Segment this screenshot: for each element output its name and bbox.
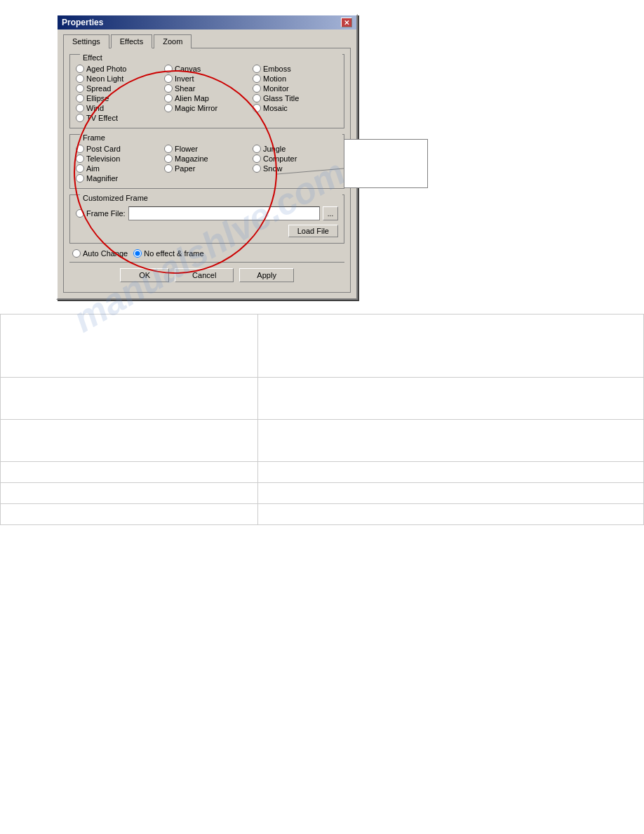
radio-post-card-input[interactable] [76, 145, 84, 153]
effect-legend: Effect [80, 53, 342, 62]
radio-ellipse[interactable]: Ellipse [76, 94, 161, 102]
bottom-table [0, 314, 644, 525]
load-file-button[interactable]: Load File [288, 225, 338, 237]
radio-magazine[interactable]: Magazine [164, 154, 250, 163]
table-cell [257, 420, 643, 462]
auto-change-row: Auto Change No effect & frame [69, 249, 344, 258]
radio-spread-input[interactable] [76, 84, 84, 93]
radio-canvas-label: Canvas [175, 65, 201, 73]
radio-neon-light[interactable]: Neon Light [76, 74, 161, 83]
radio-jungle-input[interactable] [253, 145, 261, 153]
radio-glass-title[interactable]: Glass Title [253, 94, 338, 102]
radio-tv-effect-input[interactable] [76, 114, 84, 122]
table-cell [257, 315, 643, 378]
radio-aged-photo-label: Aged Photo [86, 65, 127, 73]
radio-paper-input[interactable] [164, 164, 173, 173]
radio-motion-input[interactable] [253, 74, 261, 83]
radio-shear[interactable]: Shear [164, 84, 250, 93]
radio-no-effect[interactable]: No effect & frame [133, 249, 203, 258]
radio-auto-change-input[interactable] [72, 249, 81, 258]
table-row [1, 315, 644, 378]
radio-shear-input[interactable] [164, 84, 173, 93]
close-button[interactable]: ✕ [341, 18, 352, 27]
radio-tv-effect[interactable]: TV Effect [76, 114, 338, 122]
table-row [1, 420, 644, 462]
radio-magnifier-input[interactable] [76, 174, 84, 183]
radio-snow-label: Snow [263, 164, 283, 173]
radio-ellipse-input[interactable] [76, 94, 84, 102]
radio-wind[interactable]: Wind [76, 104, 161, 112]
radio-computer-input[interactable] [253, 154, 261, 163]
radio-invert[interactable]: Invert [164, 74, 250, 83]
radio-aim[interactable]: Aim [76, 164, 161, 173]
browse-button[interactable]: ... [323, 206, 338, 220]
radio-magic-mirror-input[interactable] [164, 104, 173, 112]
customized-frame-group: Customized Frame Frame File: ... Load Fi… [69, 194, 344, 244]
radio-spread[interactable]: Spread [76, 84, 161, 93]
table-row [1, 483, 644, 504]
apply-button[interactable]: Apply [239, 268, 294, 282]
radio-tv-effect-label: TV Effect [86, 114, 118, 122]
frame-group: Frame Post Card Flower Jungle [69, 134, 344, 189]
table-row [1, 462, 644, 483]
load-file-row: Load File [76, 225, 338, 237]
radio-canvas-input[interactable] [164, 65, 173, 73]
radio-mosaic-input[interactable] [253, 104, 261, 112]
radio-wind-input[interactable] [76, 104, 84, 112]
table-cell [257, 483, 643, 504]
radio-magic-mirror[interactable]: Magic Mirror [164, 104, 250, 112]
radio-flower-input[interactable] [164, 145, 173, 153]
radio-post-card[interactable]: Post Card [76, 145, 161, 153]
frame-file-row: Frame File: ... [76, 206, 338, 220]
radio-paper[interactable]: Paper [164, 164, 250, 173]
radio-television[interactable]: Television [76, 154, 161, 163]
radio-spread-label: Spread [86, 84, 111, 93]
radio-aged-photo-input[interactable] [76, 65, 84, 73]
tab-effects[interactable]: Effects [111, 34, 152, 48]
radio-canvas[interactable]: Canvas [164, 65, 250, 73]
frame-file-path-input[interactable] [128, 206, 320, 220]
table-cell [1, 420, 258, 462]
radio-monitor[interactable]: Monitor [253, 84, 338, 93]
radio-flower[interactable]: Flower [164, 145, 250, 153]
radio-television-input[interactable] [76, 154, 84, 163]
radio-neon-light-input[interactable] [76, 74, 84, 83]
frame-file-label: Frame File: [86, 209, 126, 218]
radio-magnifier[interactable]: Magnifier [76, 174, 338, 183]
radio-wind-label: Wind [86, 104, 104, 112]
radio-alien-map[interactable]: Alien Map [164, 94, 250, 102]
radio-emboss-input[interactable] [253, 65, 261, 73]
radio-snow-input[interactable] [253, 164, 261, 173]
tab-settings[interactable]: Settings [63, 34, 109, 48]
ok-button[interactable]: OK [120, 268, 169, 282]
radio-aged-photo[interactable]: Aged Photo [76, 65, 161, 73]
radio-jungle-label: Jungle [263, 145, 286, 153]
table-cell [1, 315, 258, 378]
radio-snow[interactable]: Snow [253, 164, 338, 173]
frame-options-grid: Post Card Flower Jungle Television [76, 145, 338, 183]
radio-jungle[interactable]: Jungle [253, 145, 338, 153]
radio-frame-file[interactable]: Frame File: [76, 209, 126, 218]
table-row [1, 504, 644, 525]
radio-invert-input[interactable] [164, 74, 173, 83]
radio-alien-map-input[interactable] [164, 94, 173, 102]
radio-mosaic[interactable]: Mosaic [253, 104, 338, 112]
callout-box [344, 139, 428, 188]
radio-emboss[interactable]: Emboss [253, 65, 338, 73]
cancel-button[interactable]: Cancel [175, 268, 234, 282]
radio-motion[interactable]: Motion [253, 74, 338, 83]
dialog-title: Properties [62, 18, 103, 27]
radio-monitor-input[interactable] [253, 84, 261, 93]
radio-shear-label: Shear [175, 84, 195, 93]
effect-group: Effect Aged Photo Canvas Emboss [69, 54, 344, 128]
radio-computer[interactable]: Computer [253, 154, 338, 163]
radio-post-card-label: Post Card [86, 145, 121, 153]
radio-frame-file-input[interactable] [76, 209, 84, 218]
radio-no-effect-input[interactable] [133, 249, 142, 258]
radio-invert-label: Invert [175, 74, 194, 83]
radio-glass-title-input[interactable] [253, 94, 261, 102]
tab-zoom[interactable]: Zoom [154, 34, 192, 48]
radio-auto-change[interactable]: Auto Change [72, 249, 128, 258]
radio-magazine-input[interactable] [164, 154, 173, 163]
radio-aim-input[interactable] [76, 164, 84, 173]
